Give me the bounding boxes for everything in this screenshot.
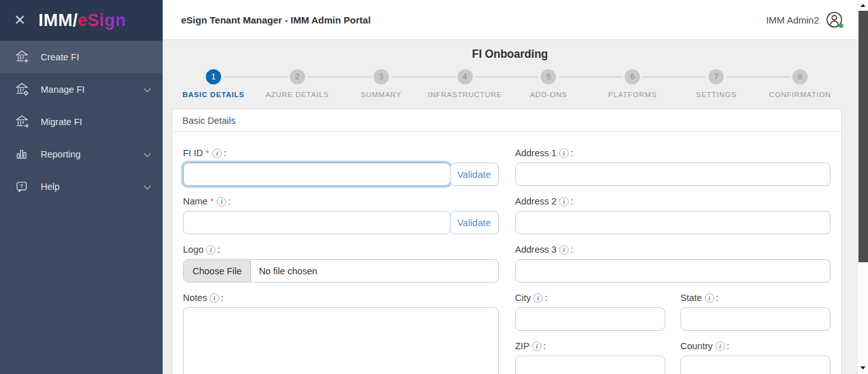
step-connector — [642, 76, 706, 77]
step-circle: 7 — [709, 69, 724, 84]
online-status-dot — [839, 23, 843, 28]
app-logo: IMM/eSign — [38, 11, 126, 30]
step-label: ADD-ONS — [507, 91, 591, 98]
step-infrastructure[interactable]: 4 INFRASTRUCTURE — [423, 69, 507, 98]
state-input[interactable] — [681, 307, 831, 331]
name-validate-button[interactable]: Validate — [450, 211, 499, 234]
zip-field: ZIPi: — [515, 341, 665, 374]
step-connector — [559, 76, 622, 77]
step-label: BASIC DETAILS — [172, 91, 255, 98]
sidebar-header: ✕ IMM/eSign — [0, 0, 163, 41]
info-icon[interactable]: i — [559, 149, 569, 158]
card-section-title: Basic Details — [172, 109, 841, 132]
step-circle: 5 — [541, 69, 556, 84]
notes-field: Notesi: — [183, 293, 499, 374]
step-connector — [391, 76, 455, 77]
state-label: Statei: — [681, 293, 831, 303]
user-menu[interactable]: IMM Admin2 — [766, 11, 843, 29]
user-avatar-icon[interactable] — [825, 11, 843, 29]
bank-arrow-icon — [14, 114, 29, 130]
step-platforms[interactable]: 6 PLATFORMS — [590, 69, 674, 98]
file-status-text: No file chosen — [251, 266, 325, 276]
scroll-down-icon[interactable] — [858, 363, 868, 373]
user-name: IMM Admin2 — [766, 15, 819, 25]
step-connector — [224, 76, 287, 77]
step-summary[interactable]: 3 SUMMARY — [339, 69, 423, 98]
step-label: SETTINGS — [674, 91, 758, 98]
info-icon[interactable]: i — [532, 342, 541, 351]
sidebar-item-label: Create FI — [41, 52, 151, 62]
info-icon[interactable]: i — [705, 293, 714, 303]
step-label: AZURE DETAILS — [255, 91, 339, 98]
sidebar-item-reporting[interactable]: Reporting — [0, 138, 163, 170]
fi-id-validate-button[interactable]: Validate — [450, 163, 499, 186]
state-field: Statei: — [681, 293, 831, 331]
info-icon[interactable]: i — [210, 293, 219, 303]
choose-file-button[interactable]: Choose File — [184, 260, 251, 282]
fi-id-field: FI ID*i: Validate — [183, 148, 499, 186]
vertical-scrollbar[interactable] — [857, 0, 868, 374]
step-settings[interactable]: 7 SETTINGS — [674, 69, 758, 98]
step-add-ons[interactable]: 5 ADD-ONS — [507, 69, 591, 98]
address3-field: Address 3i: — [515, 244, 831, 283]
sidebar-item-manage-fi[interactable]: Manage FI — [0, 73, 163, 105]
portal-title: eSign Tenant Manager - IMM Admin Portal — [181, 15, 766, 25]
sidebar-item-label: Manage FI — [41, 84, 144, 95]
address2-input[interactable] — [515, 211, 831, 234]
required-marker: * — [210, 196, 214, 206]
info-icon[interactable]: i — [715, 342, 725, 351]
top-header: eSign Tenant Manager - IMM Admin Portal … — [163, 0, 857, 40]
info-icon[interactable]: i — [559, 245, 569, 255]
name-field: Name*i: Validate — [183, 196, 499, 234]
step-confirmation[interactable]: 8 CONFIRMATION — [758, 69, 842, 98]
fi-id-label: FI ID*i: — [183, 148, 499, 158]
info-icon[interactable]: i — [533, 293, 543, 303]
step-circle: 1 — [206, 69, 221, 84]
city-field: Cityi: — [515, 293, 665, 331]
step-circle: 6 — [625, 69, 640, 84]
notes-label: Notesi: — [183, 293, 499, 303]
step-connector — [308, 76, 371, 77]
scrollbar-thumb[interactable] — [858, 11, 868, 262]
step-label: SUMMARY — [339, 91, 423, 98]
form-left-column: FI ID*i: Validate Name*i: Validate — [183, 138, 499, 374]
scroll-up-icon[interactable] — [858, 0, 868, 10]
step-basic-details[interactable]: 1 BASIC DETAILS — [172, 69, 255, 98]
address2-label: Address 2i: — [515, 196, 831, 206]
address2-field: Address 2i: — [515, 196, 831, 234]
step-circle: 2 — [290, 69, 305, 84]
logo-label: Logoi: — [183, 244, 499, 255]
step-connector — [726, 76, 790, 77]
step-label: INFRASTRUCTURE — [423, 91, 507, 98]
info-icon[interactable]: i — [217, 197, 226, 206]
info-icon[interactable]: i — [206, 245, 215, 255]
address3-input[interactable] — [515, 259, 831, 283]
sidebar-item-help[interactable]: ? Help — [0, 170, 163, 203]
basic-details-card: Basic Details FI ID*i: Validate Name*i: — [172, 109, 842, 374]
step-azure-details[interactable]: 2 AZURE DETAILS — [255, 69, 339, 98]
fi-id-input[interactable] — [183, 163, 451, 186]
address1-input[interactable] — [515, 163, 831, 186]
address1-label: Address 1i: — [515, 148, 831, 158]
step-circle: 4 — [458, 69, 473, 84]
bank-plus-icon — [14, 50, 29, 65]
logo-field: Logoi: Choose File No file chosen — [183, 244, 499, 283]
main-content: eSign Tenant Manager - IMM Admin Portal … — [163, 0, 857, 374]
sidebar-item-migrate-fi[interactable]: Migrate FI — [0, 105, 163, 138]
name-input[interactable] — [183, 211, 451, 234]
notes-textarea[interactable] — [183, 307, 499, 374]
sidebar-item-label: Help — [41, 182, 144, 192]
city-label: Cityi: — [515, 293, 665, 303]
city-input[interactable] — [515, 307, 665, 331]
address3-label: Address 3i: — [515, 244, 831, 255]
zip-input[interactable] — [515, 356, 665, 374]
zip-label: ZIPi: — [515, 341, 665, 351]
info-icon[interactable]: i — [559, 197, 569, 206]
close-icon[interactable]: ✕ — [10, 12, 29, 29]
onboarding-stepper: 1 BASIC DETAILS 2 AZURE DETAILS 3 SUMMAR… — [172, 69, 842, 98]
form-right-column: Address 1i: Address 2i: Address 3i: — [515, 138, 831, 374]
info-icon[interactable]: i — [212, 149, 222, 158]
sidebar-item-create-fi[interactable]: Create FI — [0, 41, 163, 73]
logo-file-input[interactable]: Choose File No file chosen — [183, 259, 499, 283]
country-input[interactable] — [681, 356, 831, 374]
